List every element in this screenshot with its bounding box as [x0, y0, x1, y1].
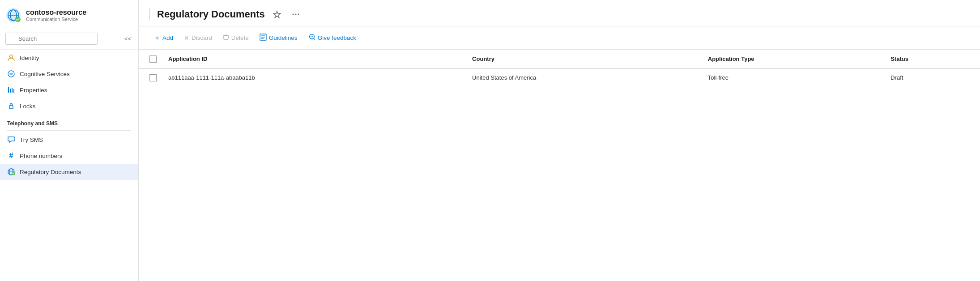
resource-logo — [5, 7, 21, 23]
svg-rect-20 — [224, 36, 228, 39]
give-feedback-icon — [308, 34, 315, 42]
guidelines-icon — [260, 34, 267, 42]
search-input[interactable] — [5, 33, 98, 45]
sidebar-item-properties-label: Properties — [20, 87, 47, 94]
svg-rect-11 — [9, 106, 13, 109]
cell-status: Draft — [883, 68, 980, 87]
sidebar-header: contoso-resource Communication Service — [0, 0, 138, 28]
telephony-divider — [7, 130, 131, 131]
delete-button[interactable]: Delete — [218, 31, 253, 44]
try-sms-icon — [7, 136, 15, 144]
phone-numbers-icon: # — [7, 152, 15, 160]
table-row[interactable]: ab111aaa-1111-111a-abaaba11b United Stat… — [139, 68, 980, 87]
row-select-checkbox[interactable] — [149, 74, 157, 81]
more-options-button[interactable] — [289, 9, 303, 20]
select-all-checkbox[interactable] — [149, 55, 157, 63]
nav-section-main: Identity Cognitive Services Properties L… — [0, 50, 138, 114]
svg-point-5 — [10, 55, 13, 58]
add-label: Add — [162, 34, 173, 41]
sidebar-item-locks[interactable]: Locks — [0, 98, 138, 114]
sidebar-item-locks-label: Locks — [20, 103, 35, 110]
discard-button[interactable]: ✕ Discard — [179, 32, 217, 44]
table-area: Application ID Country Application Type … — [139, 50, 980, 281]
add-button[interactable]: ＋ Add — [149, 31, 178, 45]
star-icon — [273, 10, 281, 18]
sidebar-item-identity[interactable]: Identity — [0, 50, 138, 66]
sidebar-item-try-sms[interactable]: Try SMS — [0, 132, 138, 148]
identity-icon — [7, 54, 15, 62]
svg-marker-16 — [273, 11, 281, 18]
favorite-button[interactable] — [270, 9, 284, 20]
locks-icon — [7, 102, 15, 110]
col-header-status: Status — [883, 50, 980, 68]
sidebar-item-regulatory-documents[interactable]: Regulatory Documents — [0, 164, 138, 180]
cognitive-services-icon — [7, 70, 15, 78]
col-header-country: Country — [465, 50, 701, 68]
svg-point-30 — [312, 36, 313, 37]
cell-country: United States of America — [465, 68, 701, 87]
regulatory-documents-table: Application ID Country Application Type … — [139, 50, 980, 87]
svg-rect-8 — [10, 89, 11, 93]
sidebar-item-phone-numbers[interactable]: # Phone numbers — [0, 148, 138, 164]
resource-name: contoso-resource — [26, 9, 86, 17]
sidebar-item-identity-label: Identity — [20, 55, 39, 61]
svg-point-17 — [292, 14, 294, 15]
cell-application-type: Toll-free — [701, 68, 883, 87]
svg-point-19 — [298, 14, 299, 15]
sidebar: contoso-resource Communication Service 🔍… — [0, 0, 139, 281]
delete-icon — [223, 34, 229, 42]
ellipsis-icon — [292, 10, 300, 18]
svg-rect-10 — [13, 89, 14, 93]
add-icon: ＋ — [154, 34, 160, 42]
give-feedback-button[interactable]: Give feedback — [304, 31, 361, 45]
discard-icon: ✕ — [184, 34, 189, 42]
telephony-section-label: Telephony and SMS — [0, 114, 138, 129]
sidebar-item-try-sms-label: Try SMS — [20, 136, 43, 143]
svg-point-18 — [295, 14, 296, 15]
guidelines-button[interactable]: Guidelines — [255, 31, 302, 45]
discard-label: Discard — [192, 34, 212, 41]
svg-point-28 — [309, 34, 314, 39]
row-checkbox-cell — [139, 68, 161, 87]
svg-point-29 — [311, 36, 311, 37]
collapse-button[interactable]: << — [123, 34, 133, 44]
header-checkbox-cell — [139, 50, 161, 68]
col-header-application-id: Application ID — [161, 50, 465, 68]
sidebar-search-row: 🔍 << — [0, 28, 138, 50]
search-wrapper: 🔍 — [5, 33, 120, 45]
page-title: Regulatory Documents — [157, 9, 265, 20]
main-content: Regulatory Documents ＋ Add ✕ Discard Del… — [139, 0, 980, 281]
sidebar-item-cognitive-services[interactable]: Cognitive Services — [0, 66, 138, 82]
resource-type: Communication Service — [26, 17, 86, 22]
guidelines-label: Guidelines — [269, 34, 298, 41]
sidebar-item-properties[interactable]: Properties — [0, 82, 138, 98]
svg-rect-9 — [12, 88, 13, 93]
svg-rect-7 — [8, 87, 9, 93]
cell-application-id: ab111aaa-1111-111a-abaaba11b — [161, 68, 465, 87]
sidebar-item-regulatory-documents-label: Regulatory Documents — [20, 169, 81, 175]
table-header-row: Application ID Country Application Type … — [139, 50, 980, 68]
header-divider — [149, 8, 150, 21]
sidebar-item-phone-numbers-label: Phone numbers — [20, 153, 62, 159]
delete-label: Delete — [231, 34, 249, 41]
toolbar: ＋ Add ✕ Discard Delete Guidelines Give f… — [139, 26, 980, 50]
properties-icon — [7, 86, 15, 94]
page-header: Regulatory Documents — [139, 0, 980, 26]
regulatory-documents-icon — [7, 168, 15, 176]
sidebar-item-cognitive-services-label: Cognitive Services — [20, 71, 70, 77]
col-header-application-type: Application Type — [701, 50, 883, 68]
give-feedback-label: Give feedback — [318, 34, 356, 41]
sidebar-title-group: contoso-resource Communication Service — [26, 9, 86, 22]
